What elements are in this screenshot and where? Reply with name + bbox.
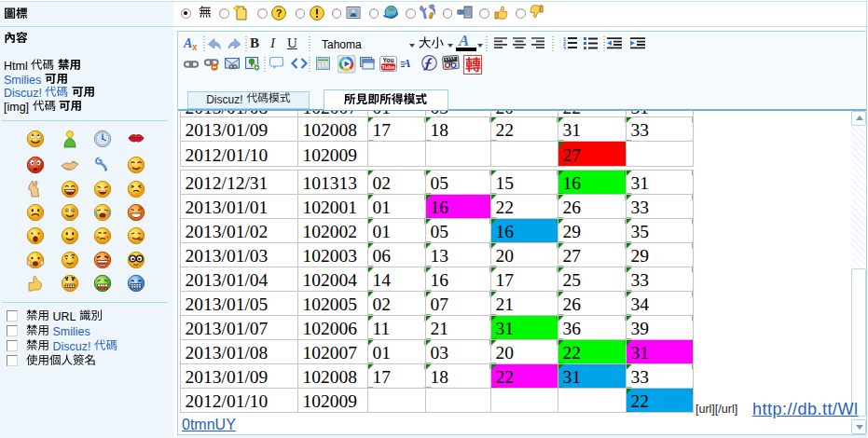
svg-text:A: A	[183, 36, 192, 50]
svg-text:?: ?	[276, 7, 282, 19]
svg-text:Tube: Tube	[381, 63, 395, 70]
svg-text:x: x	[192, 42, 198, 51]
svg-text:3: 3	[563, 46, 566, 49]
